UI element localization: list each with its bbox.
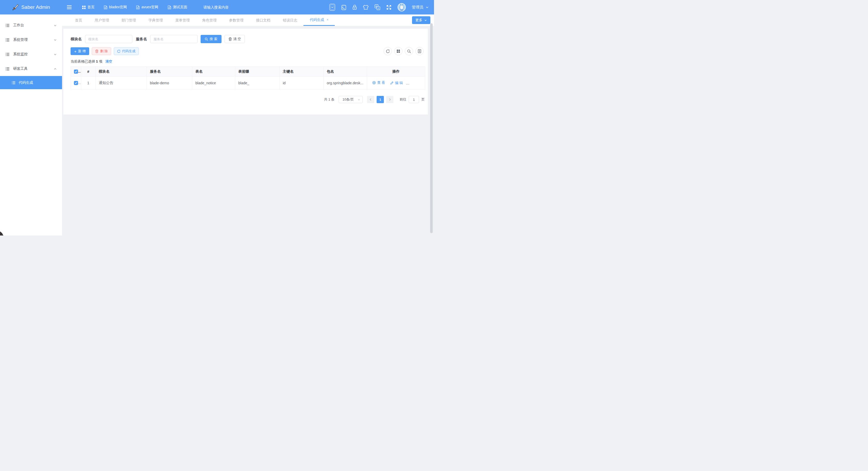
- chevron-down-icon: [358, 98, 360, 101]
- sidebar-item-label: 研发工具: [13, 66, 28, 71]
- tab-user-mgmt[interactable]: 用户管理: [88, 14, 115, 26]
- vertical-scrollbar[interactable]: [430, 23, 433, 233]
- document-icon: [104, 5, 107, 9]
- fullscreen-icon[interactable]: [386, 5, 392, 10]
- language-translate-icon[interactable]: 中A: [375, 4, 380, 10]
- goto-suffix: 页: [421, 97, 425, 102]
- col-header-actions: 操作: [367, 67, 425, 76]
- refresh-circle-button[interactable]: [383, 47, 392, 55]
- prev-page-button[interactable]: [367, 96, 374, 103]
- tab-code-generation[interactable]: 代码生成 ×: [304, 14, 335, 26]
- document-icon: [136, 5, 140, 9]
- sidebar-item-code-generation[interactable]: 代码生成: [0, 76, 62, 89]
- svg-text:A: A: [378, 7, 379, 9]
- tab-home[interactable]: 首页: [69, 14, 88, 26]
- header-nav-label: 首页: [87, 5, 95, 9]
- col-header-index: #: [81, 67, 96, 76]
- tab-error-log[interactable]: 错误日志: [277, 14, 304, 26]
- sidebar-item-dev-tools[interactable]: 研发工具: [0, 62, 62, 76]
- code-generate-button[interactable]: 代码生成: [114, 47, 139, 55]
- sword-logo-icon: [12, 4, 19, 10]
- more-button[interactable]: 更多: [412, 16, 430, 24]
- table-header-row: # 模块名 服务名 表名 表前缀 主键名 包名 操作: [71, 67, 425, 76]
- header-nav-test[interactable]: 测试页面: [168, 5, 187, 9]
- select-all-checkbox[interactable]: [74, 69, 78, 74]
- close-icon[interactable]: ×: [327, 14, 329, 25]
- column-settings-button[interactable]: [394, 47, 402, 55]
- header-nav-bladex[interactable]: bladex官网: [104, 5, 127, 9]
- search-icon: [407, 50, 411, 53]
- tab-dict-mgmt[interactable]: 字典管理: [142, 14, 169, 26]
- plus-icon: +: [74, 50, 76, 53]
- menu-list-icon: [5, 38, 9, 42]
- sidebar-item-label: 系统监控: [13, 52, 28, 57]
- chevron-up-icon: [54, 67, 57, 70]
- theme-shirt-icon[interactable]: [363, 5, 369, 10]
- clear-selection-link[interactable]: 清空: [105, 59, 112, 64]
- edit-link[interactable]: 编 辑: [390, 81, 403, 85]
- main-area: 首页 用户管理 部门管理 字典管理 菜单管理 角色管理 参数管理 接口文档 错误…: [62, 14, 434, 236]
- user-menu[interactable]: 管理员: [412, 5, 429, 10]
- tab-bar: 首页 用户管理 部门管理 字典管理 菜单管理 角色管理 参数管理 接口文档 错误…: [62, 14, 434, 26]
- user-avatar[interactable]: [398, 3, 406, 11]
- goto-page-input[interactable]: [409, 96, 419, 103]
- delete-button[interactable]: 删 除: [92, 47, 111, 55]
- sidebar: 工作台 系统管理 系统监控 研发工具 代码生成: [0, 14, 62, 236]
- search-toggle-button[interactable]: [405, 47, 413, 55]
- collapse-menu-icon[interactable]: [67, 5, 72, 9]
- add-button[interactable]: + 新 增: [70, 47, 89, 55]
- page-size-select[interactable]: 10条/页: [339, 96, 363, 103]
- view-icon: [372, 81, 376, 85]
- view-link[interactable]: 查 看: [372, 81, 385, 85]
- col-header-service: 服务名: [147, 67, 192, 76]
- goto-page: 前往 页: [400, 96, 425, 103]
- tab-dept-mgmt[interactable]: 部门管理: [115, 14, 142, 26]
- chevron-down-icon: [54, 53, 57, 56]
- trash-icon: [228, 37, 232, 41]
- sidebar-item-system-mgmt[interactable]: 系统管理: [0, 33, 62, 47]
- cell-package: org.springblade.desk...: [323, 76, 367, 89]
- header-search-input[interactable]: [204, 5, 252, 9]
- col-header-package: 包名: [323, 67, 367, 76]
- search-button[interactable]: 搜 索: [200, 35, 221, 43]
- delete-link[interactable]: 删 除: [408, 81, 421, 85]
- delete-button-label: 删 除: [100, 49, 108, 54]
- selection-text: 当前表格已选择 1 项: [70, 59, 102, 64]
- clear-filters-button[interactable]: 清 空: [225, 35, 245, 43]
- header-nav-home[interactable]: 首页: [82, 5, 95, 9]
- sidebar-item-system-monitor[interactable]: 系统监控: [0, 47, 62, 62]
- lock-icon[interactable]: [352, 4, 357, 10]
- username: 管理员: [412, 5, 424, 10]
- next-page-button[interactable]: [386, 96, 394, 103]
- page-nav: 1: [367, 96, 394, 103]
- export-doc-button[interactable]: [415, 47, 424, 55]
- page-size-value: 10条/页: [342, 97, 354, 102]
- header-nav-avuex[interactable]: avuex官网: [136, 5, 158, 9]
- selection-suffix: 项: [99, 59, 103, 63]
- add-button-label: 新 增: [78, 49, 86, 54]
- trash-icon: [95, 50, 98, 53]
- tab-param-mgmt[interactable]: 参数管理: [223, 14, 250, 26]
- tab-label: 代码生成: [310, 14, 324, 25]
- collapse-panel-icon[interactable]: [329, 4, 335, 11]
- header-actions: 中A 管理员: [329, 3, 429, 11]
- service-name-input[interactable]: [150, 35, 197, 43]
- search-icon: [205, 37, 208, 41]
- sidebar-item-label: 工作台: [13, 23, 24, 28]
- app-title: Saber Admin: [22, 4, 50, 10]
- chevron-down-icon: [426, 6, 429, 9]
- table-row[interactable]: 1 通知公告 blade-demo blade_notice blade_ id…: [71, 76, 425, 89]
- tab-api-docs[interactable]: 接口文档: [250, 14, 277, 26]
- grid-icon: [397, 50, 400, 53]
- selection-count: 1: [96, 59, 98, 63]
- row-checkbox[interactable]: [74, 81, 78, 85]
- col-header-pk: 主键名: [280, 67, 323, 76]
- filter-form: 模块名 服务名 搜 索 清 空: [70, 35, 425, 43]
- tab-role-mgmt[interactable]: 角色管理: [196, 14, 223, 26]
- sidebar-item-workbench[interactable]: 工作台: [0, 18, 62, 33]
- tab-menu-mgmt[interactable]: 菜单管理: [169, 14, 196, 26]
- current-page-button[interactable]: 1: [377, 96, 384, 103]
- module-name-input[interactable]: [85, 35, 132, 43]
- debug-tool-icon[interactable]: [341, 4, 346, 10]
- sidebar-item-label: 代码生成: [19, 81, 33, 85]
